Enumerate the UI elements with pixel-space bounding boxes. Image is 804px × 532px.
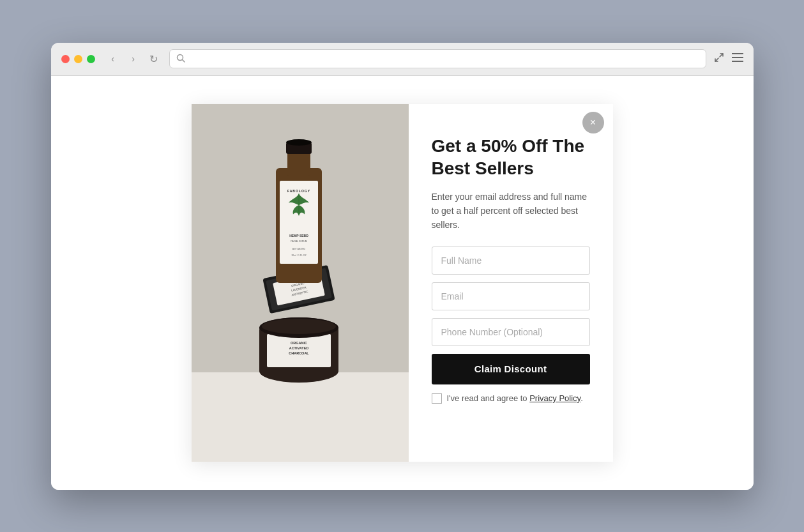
forward-button[interactable]: › <box>126 51 141 66</box>
reload-button[interactable]: ↻ <box>146 51 162 66</box>
svg-text:ANTI-AGING: ANTI-AGING <box>292 248 305 250</box>
minimize-traffic-light[interactable] <box>74 55 82 63</box>
modal-title: Get a 50% Off The Best Sellers <box>432 135 590 179</box>
svg-text:FACIAL SERUM: FACIAL SERUM <box>291 240 307 243</box>
svg-rect-12 <box>267 334 331 367</box>
privacy-policy-link[interactable]: Privacy Policy <box>529 393 580 403</box>
address-bar[interactable] <box>169 49 706 68</box>
svg-point-27 <box>286 139 312 146</box>
modal-form-panel: × Get a 50% Off The Best Sellers Enter y… <box>409 104 613 462</box>
phone-input[interactable] <box>432 318 590 346</box>
menu-icon[interactable] <box>732 53 743 65</box>
svg-line-1 <box>182 59 185 62</box>
svg-point-17 <box>262 319 336 334</box>
modal-image-panel: ORGANIC ACTIVATED CHARCOAL ORGANIC LAVEN… <box>192 104 409 462</box>
toolbar-right <box>714 52 743 65</box>
browser-window: ‹ › ↻ <box>51 43 754 490</box>
svg-text:HEMP SEBD: HEMP SEBD <box>289 234 308 238</box>
svg-text:CHARCOAL: CHARCOAL <box>289 351 309 355</box>
privacy-text: I've read and agree to Privacy Policy. <box>447 393 583 403</box>
browser-content: ORGANIC ACTIVATED CHARCOAL ORGANIC LAVEN… <box>51 76 754 490</box>
full-name-input[interactable] <box>432 247 590 275</box>
traffic-lights <box>61 55 95 63</box>
claim-discount-button[interactable]: Claim Discount <box>432 354 590 384</box>
svg-text:30ml / 1 FL OZ: 30ml / 1 FL OZ <box>291 254 307 257</box>
svg-text:ORGANIC: ORGANIC <box>291 341 307 345</box>
svg-text:ACTIVATED: ACTIVATED <box>289 346 308 350</box>
modal-description: Enter your email address and full name t… <box>432 190 590 232</box>
svg-rect-8 <box>192 372 409 462</box>
back-button[interactable]: ‹ <box>105 51 121 66</box>
modal-container: ORGANIC ACTIVATED CHARCOAL ORGANIC LAVEN… <box>192 104 613 462</box>
browser-toolbar: ‹ › ↻ <box>51 43 754 76</box>
privacy-row: I've read and agree to Privacy Policy. <box>432 393 590 404</box>
privacy-checkbox[interactable] <box>432 393 442 404</box>
svg-text:FABOLOGY: FABOLOGY <box>287 189 310 193</box>
close-button[interactable]: × <box>582 112 604 133</box>
email-input[interactable] <box>432 282 590 310</box>
nav-buttons: ‹ › ↻ <box>105 51 162 66</box>
search-icon <box>176 54 185 65</box>
maximize-traffic-light[interactable] <box>87 55 95 63</box>
expand-icon[interactable] <box>714 52 724 65</box>
svg-rect-28 <box>280 181 318 264</box>
close-traffic-light[interactable] <box>61 55 70 63</box>
